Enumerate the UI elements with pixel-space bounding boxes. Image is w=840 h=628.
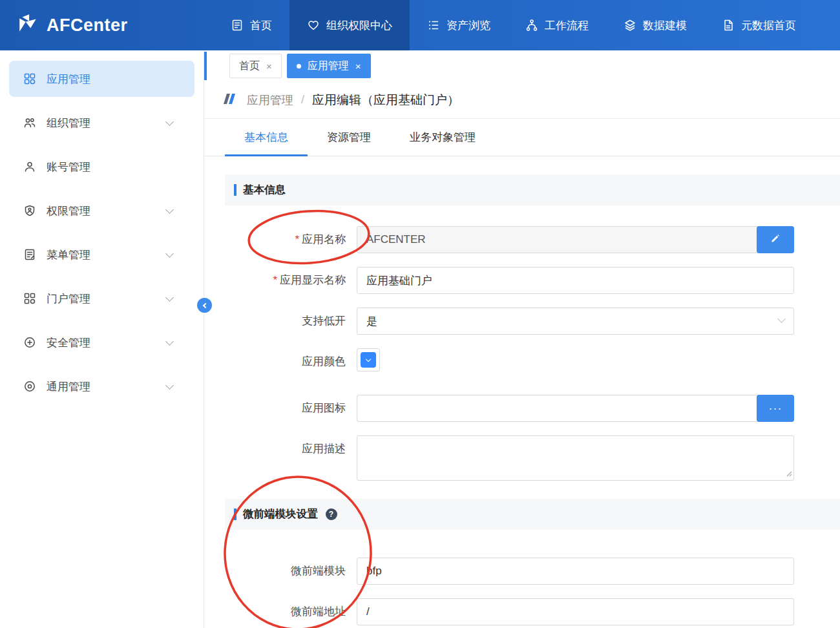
chevron-down-icon bbox=[777, 315, 786, 323]
chevron-down-icon bbox=[165, 249, 174, 258]
tab-business-object-management[interactable]: 业务对象管理 bbox=[390, 119, 495, 156]
circle-dot-icon bbox=[23, 380, 36, 393]
nav-item-label: 元数据首页 bbox=[741, 18, 796, 33]
sidebar-item-org-management[interactable]: 组织管理 bbox=[9, 101, 194, 145]
required-mark: * bbox=[295, 233, 299, 246]
breadcrumb-current: 应用编辑（应用基础门户） bbox=[312, 92, 459, 109]
section-title: 微前端模块设置 bbox=[243, 507, 318, 521]
chevron-down-icon bbox=[165, 293, 174, 302]
tab-home[interactable]: 首页 × bbox=[229, 54, 282, 78]
nav-item-org-permission-center[interactable]: 组织权限中心 bbox=[289, 0, 410, 50]
sidebar-item-label: 安全管理 bbox=[47, 335, 156, 350]
detail-tabs: 基本信息 资源管理 业务对象管理 bbox=[204, 119, 840, 156]
sidebar-item-security-management[interactable]: 安全管理 bbox=[9, 320, 194, 364]
field-label: 应用描述 bbox=[225, 435, 346, 463]
app-name-input[interactable] bbox=[357, 226, 794, 253]
sidebar-collapse-button[interactable] bbox=[197, 298, 212, 313]
nav-item-data-modeling[interactable]: 数据建模 bbox=[606, 0, 704, 50]
tab-resource-management[interactable]: 资源管理 bbox=[308, 119, 390, 156]
breadcrumb: 应用管理 / 应用编辑（应用基础门户） bbox=[204, 81, 840, 119]
sidebar: 应用管理 组织管理 账号管理 bbox=[0, 50, 204, 628]
chevron-down-icon bbox=[165, 205, 174, 214]
active-tab-dot-icon bbox=[297, 64, 301, 68]
tab-app-management[interactable]: 应用管理 × bbox=[287, 54, 371, 78]
section-accent-bar bbox=[234, 508, 236, 520]
afcenter-logo-icon bbox=[17, 13, 39, 37]
nav-item-workflow[interactable]: 工作流程 bbox=[508, 0, 606, 50]
selected-value: 是 bbox=[366, 314, 377, 329]
app-icon-input[interactable] bbox=[357, 395, 794, 422]
user-icon bbox=[23, 160, 36, 173]
grid-icon bbox=[23, 72, 36, 85]
chevron-left-icon bbox=[203, 302, 208, 308]
page: AFCenter 首页 组织权限中心 bbox=[0, 0, 840, 628]
browse-icon-button[interactable]: ··· bbox=[757, 395, 794, 422]
nav-item-label: 数据建模 bbox=[643, 18, 687, 33]
shield-person-icon bbox=[23, 204, 36, 217]
tabbar-accent-bar bbox=[204, 52, 207, 80]
section-accent-bar bbox=[234, 184, 236, 196]
field-label: *应用名称 bbox=[225, 226, 346, 253]
form-row-app-icon: 应用图标 ··· bbox=[204, 395, 840, 422]
nav-item-home[interactable]: 首页 bbox=[213, 0, 289, 50]
workflow-icon bbox=[525, 19, 538, 32]
micro-module-input[interactable] bbox=[357, 558, 794, 585]
sidebar-item-app-management[interactable]: 应用管理 bbox=[9, 61, 194, 97]
sidebar-item-label: 权限管理 bbox=[47, 204, 156, 218]
nav-item-asset-browse[interactable]: 资产浏览 bbox=[410, 0, 508, 50]
field-label: 微前端模块 bbox=[225, 558, 346, 585]
dashboard-grid-icon bbox=[23, 292, 36, 305]
sidebar-item-menu-management[interactable]: 菜单管理 bbox=[9, 233, 194, 277]
tab-label: 首页 bbox=[239, 59, 260, 73]
nav-item-label: 工作流程 bbox=[545, 18, 589, 33]
sidebar-item-label: 门户管理 bbox=[47, 291, 156, 306]
chevron-down-icon bbox=[165, 337, 174, 346]
sidebar-item-portal-management[interactable]: 门户管理 bbox=[9, 277, 194, 320]
pencil-icon bbox=[770, 233, 781, 247]
people-icon bbox=[23, 116, 36, 129]
nav-item-metadata-home[interactable]: 元数据首页 bbox=[704, 0, 814, 50]
form-row-app-description: 应用描述 bbox=[204, 435, 840, 483]
form-row-micro-address: 微前端地址 bbox=[204, 598, 840, 625]
open-tabs-bar: 首页 × 应用管理 × bbox=[204, 50, 840, 81]
top-navigation: 首页 组织权限中心 资 bbox=[213, 0, 814, 50]
breadcrumb-parent[interactable]: 应用管理 bbox=[247, 92, 293, 108]
sidebar-item-label: 应用管理 bbox=[47, 72, 173, 87]
sidebar-item-label: 组织管理 bbox=[47, 116, 156, 131]
app-color-picker[interactable] bbox=[357, 348, 380, 372]
field-label: 微前端地址 bbox=[225, 598, 346, 625]
low-code-select[interactable]: 是 bbox=[357, 308, 794, 335]
tab-label: 应用管理 bbox=[308, 59, 349, 73]
field-label: 支持低开 bbox=[225, 308, 346, 335]
breadcrumb-slashes-icon bbox=[224, 93, 239, 107]
nav-item-label: 组织权限中心 bbox=[326, 18, 392, 33]
detail-tab-label: 业务对象管理 bbox=[410, 130, 476, 145]
sidebar-item-label: 通用管理 bbox=[47, 379, 156, 394]
sidebar-item-general-management[interactable]: 通用管理 bbox=[9, 364, 194, 408]
app-logo[interactable]: AFCenter bbox=[0, 0, 155, 50]
app-description-textarea[interactable] bbox=[357, 435, 794, 481]
detail-tab-label: 基本信息 bbox=[244, 130, 288, 145]
nav-item-label: 资产浏览 bbox=[446, 18, 490, 33]
close-icon[interactable]: × bbox=[355, 61, 361, 72]
app-display-name-input[interactable] bbox=[357, 267, 794, 294]
field-label: 应用图标 bbox=[225, 395, 346, 422]
detail-tab-label: 资源管理 bbox=[327, 130, 371, 145]
sidebar-item-permission-management[interactable]: 权限管理 bbox=[9, 189, 194, 233]
required-mark: * bbox=[273, 274, 277, 286]
edit-button[interactable] bbox=[757, 226, 794, 253]
topbar: AFCenter 首页 组织权限中心 bbox=[0, 0, 840, 50]
micro-address-input[interactable] bbox=[357, 598, 794, 625]
close-icon[interactable]: × bbox=[266, 61, 272, 72]
breadcrumb-separator: / bbox=[301, 93, 304, 107]
form-row-app-name: *应用名称 bbox=[204, 226, 840, 253]
form-row-app-display-name: *应用显示名称 bbox=[204, 267, 840, 294]
sidebar-item-account-management[interactable]: 账号管理 bbox=[9, 145, 194, 189]
section-micro-frontend: 微前端模块设置 ? bbox=[225, 499, 840, 530]
heart-icon bbox=[307, 19, 320, 32]
app-name: AFCenter bbox=[47, 16, 128, 36]
help-icon[interactable]: ? bbox=[326, 508, 337, 520]
list-icon bbox=[427, 19, 440, 32]
tab-basic-info[interactable]: 基本信息 bbox=[225, 119, 308, 156]
color-swatch bbox=[361, 352, 376, 368]
